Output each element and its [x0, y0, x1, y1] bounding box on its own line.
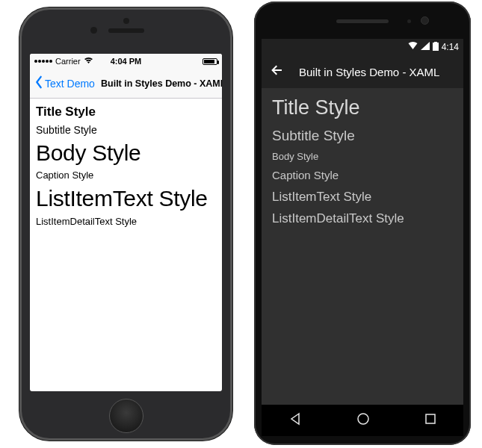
android-camera — [421, 16, 429, 25]
android-app-bar: Built in Styles Demo - XAML — [262, 55, 463, 88]
battery-icon — [203, 58, 217, 65]
iphone-sensor — [123, 18, 129, 24]
back-label: Text Demo — [45, 78, 95, 90]
label-subtitle-style: Subtitle Style — [36, 124, 216, 136]
label-listitemdetail-style: ListItemDetailText Style — [36, 217, 216, 228]
label-body-style: Body Style — [36, 140, 216, 167]
signal-dots-icon — [34, 60, 52, 63]
label-subtitle-style: Subtitle Style — [272, 127, 453, 145]
back-button[interactable]: Text Demo — [34, 75, 95, 91]
android-clock: 4:14 — [442, 42, 459, 52]
chevron-left-icon — [34, 75, 43, 91]
svg-point-0 — [358, 414, 368, 424]
iphone-camera — [90, 27, 97, 34]
android-sensor — [407, 19, 411, 23]
label-caption-style: Caption Style — [272, 169, 453, 183]
android-system-nav — [262, 405, 463, 436]
ios-nav-bar: Text Demo Built in Styles Demo - XAML — [30, 69, 222, 99]
svg-rect-1 — [426, 414, 435, 423]
ios-content: Title Style Subtitle Style Body Style Ca… — [30, 99, 222, 238]
arrow-left-icon — [271, 66, 284, 79]
nav-recent-button[interactable] — [423, 411, 438, 429]
iphone-speaker — [108, 28, 144, 33]
page-title: Built in Styles Demo - XAML — [299, 66, 439, 78]
nav-back-button[interactable] — [287, 411, 303, 430]
android-earpiece — [336, 19, 389, 23]
ios-status-right — [203, 58, 217, 65]
page-title: Built in Styles Demo - XAML — [101, 78, 217, 89]
android-screen: 4:14 Built in Styles Demo - XAML Title S… — [262, 39, 463, 405]
iphone-device-frame: Carrier 4:04 PM Text Demo Built i — [19, 7, 232, 441]
nav-home-button[interactable] — [355, 411, 371, 430]
label-listitem-style: ListItemText Style — [36, 186, 216, 212]
ios-status-left: Carrier — [34, 57, 93, 66]
android-status-bar: 4:14 — [262, 39, 463, 55]
label-title-style: Title Style — [36, 105, 216, 119]
label-title-style: Title Style — [272, 96, 453, 121]
wifi-icon — [84, 57, 93, 66]
signal-icon — [421, 42, 430, 52]
android-content: Title Style Subtitle Style Body Style Ca… — [262, 88, 463, 240]
ios-status-bar: Carrier 4:04 PM — [30, 54, 222, 69]
iphone-screen: Carrier 4:04 PM Text Demo Built i — [30, 54, 222, 391]
ios-clock: 4:04 PM — [111, 57, 142, 66]
wifi-icon — [408, 42, 418, 52]
home-button[interactable] — [109, 399, 143, 433]
carrier-label: Carrier — [55, 57, 81, 66]
label-listitem-style: ListItemText Style — [272, 189, 453, 205]
back-button[interactable] — [271, 63, 284, 80]
android-device-frame: 4:14 Built in Styles Demo - XAML Title S… — [254, 1, 471, 445]
label-caption-style: Caption Style — [36, 170, 216, 181]
label-body-style: Body Style — [272, 151, 453, 163]
battery-icon — [433, 42, 439, 53]
label-listitemdetail-style: ListItemDetailText Style — [272, 211, 453, 226]
device-comparison: Carrier 4:04 PM Text Demo Built i — [0, 0, 482, 448]
